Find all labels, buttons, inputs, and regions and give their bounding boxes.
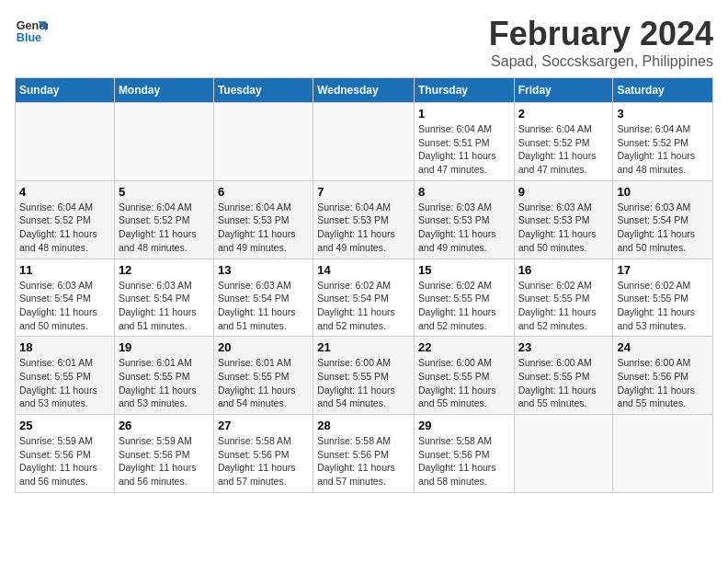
day-info: Sunrise: 6:04 AMSunset: 5:53 PMDaylight:… <box>317 201 410 255</box>
day-info: Sunrise: 6:04 AMSunset: 5:52 PMDaylight:… <box>119 201 210 255</box>
day-info: Sunrise: 5:59 AMSunset: 5:56 PMDaylight:… <box>119 434 210 488</box>
day-number: 22 <box>418 340 510 354</box>
day-number: 9 <box>518 185 609 199</box>
day-number: 2 <box>518 107 609 121</box>
day-number: 16 <box>518 263 609 277</box>
calendar-cell: 6Sunrise: 6:04 AMSunset: 5:53 PMDaylight… <box>213 180 313 259</box>
weekday-header: Friday <box>514 78 613 103</box>
day-number: 8 <box>418 185 510 199</box>
calendar-cell <box>114 103 213 181</box>
day-number: 24 <box>617 340 709 354</box>
day-info: Sunrise: 6:01 AMSunset: 5:55 PMDaylight:… <box>218 356 309 410</box>
calendar-cell: 13Sunrise: 6:03 AMSunset: 5:54 PMDayligh… <box>213 259 313 337</box>
svg-text:Blue: Blue <box>17 31 41 44</box>
weekday-header-row: SundayMondayTuesdayWednesdayThursdayFrid… <box>16 78 713 103</box>
day-info: Sunrise: 6:02 AMSunset: 5:55 PMDaylight:… <box>518 279 609 333</box>
day-number: 28 <box>317 419 410 432</box>
calendar-week-row: 18Sunrise: 6:01 AMSunset: 5:55 PMDayligh… <box>16 337 713 415</box>
weekday-header: Saturday <box>613 78 713 103</box>
calendar-cell: 5Sunrise: 6:04 AMSunset: 5:52 PMDaylight… <box>114 180 213 259</box>
day-info: Sunrise: 5:59 AMSunset: 5:56 PMDaylight:… <box>19 434 110 488</box>
day-number: 23 <box>518 340 609 354</box>
day-info: Sunrise: 6:04 AMSunset: 5:52 PMDaylight:… <box>19 201 110 255</box>
month-title: February 2024 <box>489 15 713 53</box>
day-number: 29 <box>418 419 510 432</box>
day-number: 10 <box>617 185 709 199</box>
day-number: 18 <box>19 340 110 354</box>
calendar-cell: 1Sunrise: 6:04 AMSunset: 5:51 PMDaylight… <box>414 103 514 181</box>
day-number: 21 <box>317 340 410 354</box>
weekday-header: Monday <box>114 78 213 103</box>
calendar-cell <box>613 415 713 493</box>
day-number: 5 <box>119 185 210 199</box>
calendar-cell: 21Sunrise: 6:00 AMSunset: 5:55 PMDayligh… <box>313 337 415 415</box>
day-info: Sunrise: 5:58 AMSunset: 5:56 PMDaylight:… <box>317 434 410 488</box>
calendar-week-row: 25Sunrise: 5:59 AMSunset: 5:56 PMDayligh… <box>16 415 713 493</box>
day-info: Sunrise: 6:01 AMSunset: 5:55 PMDaylight:… <box>119 356 210 410</box>
day-number: 3 <box>617 107 709 121</box>
day-info: Sunrise: 5:58 AMSunset: 5:56 PMDaylight:… <box>218 434 309 488</box>
day-number: 1 <box>418 107 510 121</box>
day-number: 7 <box>317 185 410 199</box>
calendar-cell: 10Sunrise: 6:03 AMSunset: 5:54 PMDayligh… <box>613 180 713 259</box>
day-info: Sunrise: 6:02 AMSunset: 5:55 PMDaylight:… <box>617 279 709 333</box>
calendar-cell: 24Sunrise: 6:00 AMSunset: 5:56 PMDayligh… <box>613 337 713 415</box>
day-number: 27 <box>218 419 309 432</box>
weekday-header: Thursday <box>414 78 514 103</box>
day-info: Sunrise: 6:00 AMSunset: 5:56 PMDaylight:… <box>617 356 709 410</box>
calendar-week-row: 4Sunrise: 6:04 AMSunset: 5:52 PMDaylight… <box>16 180 713 259</box>
calendar-cell <box>514 415 613 493</box>
day-info: Sunrise: 6:00 AMSunset: 5:55 PMDaylight:… <box>518 356 609 410</box>
day-info: Sunrise: 6:03 AMSunset: 5:53 PMDaylight:… <box>518 201 609 255</box>
day-number: 26 <box>119 419 210 432</box>
day-number: 19 <box>119 340 210 354</box>
calendar-cell: 22Sunrise: 6:00 AMSunset: 5:55 PMDayligh… <box>414 337 514 415</box>
calendar-cell: 27Sunrise: 5:58 AMSunset: 5:56 PMDayligh… <box>213 415 313 493</box>
day-number: 14 <box>317 263 410 277</box>
day-number: 17 <box>617 263 709 277</box>
calendar-cell: 8Sunrise: 6:03 AMSunset: 5:53 PMDaylight… <box>414 180 514 259</box>
calendar-cell: 4Sunrise: 6:04 AMSunset: 5:52 PMDaylight… <box>16 180 115 259</box>
day-info: Sunrise: 6:00 AMSunset: 5:55 PMDaylight:… <box>317 356 410 410</box>
day-info: Sunrise: 6:03 AMSunset: 5:54 PMDaylight:… <box>617 201 709 255</box>
calendar-week-row: 1Sunrise: 6:04 AMSunset: 5:51 PMDaylight… <box>16 103 713 181</box>
day-info: Sunrise: 6:03 AMSunset: 5:53 PMDaylight:… <box>418 201 510 255</box>
calendar-table: SundayMondayTuesdayWednesdayThursdayFrid… <box>15 77 713 493</box>
calendar-week-row: 11Sunrise: 6:03 AMSunset: 5:54 PMDayligh… <box>16 259 713 337</box>
calendar-cell: 16Sunrise: 6:02 AMSunset: 5:55 PMDayligh… <box>514 259 613 337</box>
day-number: 20 <box>218 340 309 354</box>
day-info: Sunrise: 6:04 AMSunset: 5:51 PMDaylight:… <box>418 122 510 177</box>
calendar-cell: 3Sunrise: 6:04 AMSunset: 5:52 PMDaylight… <box>613 103 713 181</box>
day-info: Sunrise: 6:03 AMSunset: 5:54 PMDaylight:… <box>218 279 309 333</box>
day-info: Sunrise: 6:04 AMSunset: 5:52 PMDaylight:… <box>617 122 709 177</box>
calendar-cell: 19Sunrise: 6:01 AMSunset: 5:55 PMDayligh… <box>114 337 213 415</box>
calendar-cell: 26Sunrise: 5:59 AMSunset: 5:56 PMDayligh… <box>114 415 213 493</box>
day-info: Sunrise: 6:03 AMSunset: 5:54 PMDaylight:… <box>119 279 210 333</box>
calendar-cell: 23Sunrise: 6:00 AMSunset: 5:55 PMDayligh… <box>514 337 613 415</box>
day-info: Sunrise: 6:04 AMSunset: 5:53 PMDaylight:… <box>218 201 309 255</box>
day-number: 11 <box>19 263 110 277</box>
day-info: Sunrise: 6:00 AMSunset: 5:55 PMDaylight:… <box>418 356 510 410</box>
weekday-header: Wednesday <box>313 78 415 103</box>
calendar-cell: 9Sunrise: 6:03 AMSunset: 5:53 PMDaylight… <box>514 180 613 259</box>
calendar-cell: 29Sunrise: 5:58 AMSunset: 5:56 PMDayligh… <box>414 415 514 493</box>
calendar-cell: 7Sunrise: 6:04 AMSunset: 5:53 PMDaylight… <box>313 180 415 259</box>
title-block: February 2024 Sapad, Soccsksargen, Phili… <box>489 15 713 70</box>
logo: General Blue <box>15 15 48 48</box>
page-header: General Blue February 2024 Sapad, Soccsk… <box>15 15 713 70</box>
calendar-cell: 18Sunrise: 6:01 AMSunset: 5:55 PMDayligh… <box>16 337 115 415</box>
calendar-cell: 17Sunrise: 6:02 AMSunset: 5:55 PMDayligh… <box>613 259 713 337</box>
day-number: 4 <box>19 185 110 199</box>
day-number: 15 <box>418 263 510 277</box>
day-number: 12 <box>119 263 210 277</box>
day-number: 6 <box>218 185 309 199</box>
calendar-cell: 28Sunrise: 5:58 AMSunset: 5:56 PMDayligh… <box>313 415 415 493</box>
calendar-cell: 11Sunrise: 6:03 AMSunset: 5:54 PMDayligh… <box>16 259 115 337</box>
day-info: Sunrise: 6:01 AMSunset: 5:55 PMDaylight:… <box>19 356 110 410</box>
calendar-cell <box>213 103 313 181</box>
day-number: 25 <box>19 419 110 432</box>
calendar-cell: 12Sunrise: 6:03 AMSunset: 5:54 PMDayligh… <box>114 259 213 337</box>
logo-icon: General Blue <box>15 15 48 48</box>
day-info: Sunrise: 6:04 AMSunset: 5:52 PMDaylight:… <box>518 122 609 177</box>
calendar-cell: 20Sunrise: 6:01 AMSunset: 5:55 PMDayligh… <box>213 337 313 415</box>
